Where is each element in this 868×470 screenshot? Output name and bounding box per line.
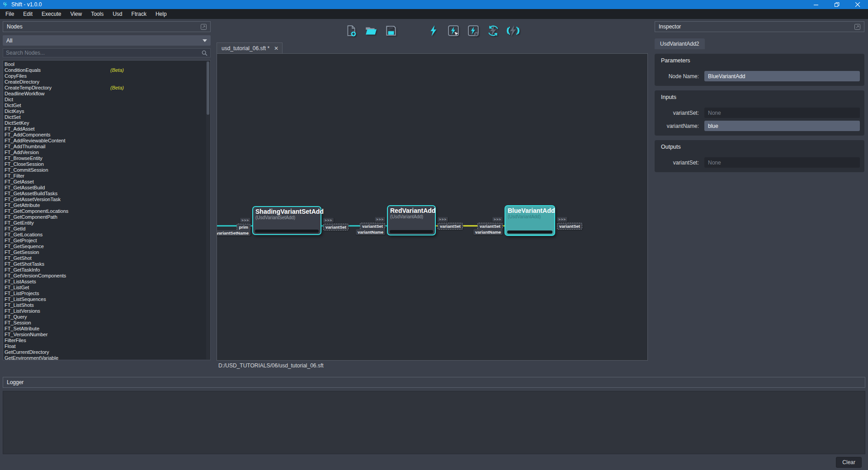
list-item[interactable]: FT_Filter: [3, 173, 210, 179]
list-item[interactable]: Bool: [3, 61, 210, 67]
menu-view[interactable]: View: [66, 9, 86, 19]
list-item[interactable]: FT_AddReviewableContent: [3, 138, 210, 144]
list-item[interactable]: FT_ListShots: [3, 302, 210, 308]
menu-edit[interactable]: Edit: [19, 9, 37, 19]
minimize-button[interactable]: [806, 0, 826, 9]
node-footer-bar: [390, 230, 433, 233]
list-item[interactable]: DictKeys: [3, 108, 210, 114]
execute-icon[interactable]: [427, 24, 440, 38]
execute-selected-icon[interactable]: [447, 24, 460, 38]
list-item[interactable]: FT_GetShot: [3, 255, 210, 261]
list-item[interactable]: FT_AddThumbnail: [3, 144, 210, 150]
list-item[interactable]: FT_GetSequence: [3, 244, 210, 249]
list-item[interactable]: FT_GetSession: [3, 249, 210, 255]
menu-help[interactable]: Help: [151, 9, 171, 19]
list-item[interactable]: FT_ListProjects: [3, 291, 210, 296]
input-port-variantSet[interactable]: variantSet: [360, 223, 385, 230]
list-item[interactable]: FilterFiles: [3, 338, 210, 343]
output-port-variantSet[interactable]: variantSet: [323, 224, 349, 230]
list-item[interactable]: FT_ListAssets: [3, 279, 210, 285]
list-item[interactable]: FT_Session: [3, 320, 210, 326]
list-item[interactable]: DictSet: [3, 114, 210, 120]
list-item[interactable]: DictSetKey: [3, 120, 210, 126]
node-filter-dropdown[interactable]: All: [3, 35, 211, 46]
list-item[interactable]: FT_CloseSession: [3, 161, 210, 167]
list-item[interactable]: FT_GetComponentPath: [3, 214, 210, 220]
output-ports-badge: >>>: [323, 218, 334, 223]
menu-usd[interactable]: Usd: [108, 9, 127, 19]
list-item[interactable]: FT_SetAttribute: [3, 326, 210, 332]
list-item[interactable]: FT_CommitSession: [3, 167, 210, 173]
execute-stop-after-icon[interactable]: [467, 24, 480, 38]
restore-button[interactable]: [826, 0, 847, 9]
input-port-prim[interactable]: prim: [236, 224, 250, 230]
node-filter-value: All: [6, 38, 12, 44]
list-item[interactable]: FT_ListGet: [3, 285, 210, 291]
list-item[interactable]: CreateTempDirectory(Beta): [3, 85, 210, 91]
input-port-variantSetName[interactable]: variantSetName: [217, 230, 250, 236]
output-port-variantSet[interactable]: variantSet: [557, 223, 582, 230]
list-item[interactable]: FT_GetAssetBuildTasks: [3, 191, 210, 197]
list-item[interactable]: ConditionEquals(Beta): [3, 67, 210, 73]
clear-log-button[interactable]: Clear: [836, 457, 862, 468]
list-item[interactable]: GetEnvironmentVariable: [3, 355, 210, 360]
list-item[interactable]: FT_GetAssetVersionTask: [3, 197, 210, 202]
field-label: variantName:: [659, 123, 704, 129]
list-item[interactable]: FT_AddAsset: [3, 126, 210, 132]
new-file-icon[interactable]: [344, 24, 358, 38]
list-item[interactable]: CreateDirectory: [3, 79, 210, 85]
list-item[interactable]: FT_AddComponents: [3, 132, 210, 138]
list-item[interactable]: FT_BrowseEntity: [3, 155, 210, 161]
input-port-variantSet[interactable]: variantSet: [477, 223, 503, 230]
list-item[interactable]: FT_GetAsset: [3, 179, 210, 185]
field-input-variantname[interactable]: blue: [704, 121, 860, 131]
list-item[interactable]: FT_GetProject: [3, 238, 210, 244]
list-item[interactable]: FT_AddVersion: [3, 150, 210, 155]
menu-execute[interactable]: Execute: [37, 9, 66, 19]
search-nodes-input[interactable]: Search Nodes...: [3, 48, 211, 57]
menu-file[interactable]: File: [1, 9, 19, 19]
list-item[interactable]: CopyFiles: [3, 73, 210, 79]
node-type-label: (UsdVariantAdd): [388, 214, 435, 219]
list-item[interactable]: DictGet: [3, 103, 210, 108]
list-item[interactable]: FT_GetShotTasks: [3, 261, 210, 267]
popout-icon[interactable]: [201, 24, 207, 30]
list-item[interactable]: DeadlineWorkflow: [3, 91, 210, 97]
list-item[interactable]: FT_GetVersionComponents: [3, 273, 210, 279]
output-port-variantSet[interactable]: variantSet: [438, 223, 463, 230]
inspector-section-parameters: ParametersNode Name:BlueVariantAdd: [655, 54, 864, 86]
tab-close-icon[interactable]: ✕: [274, 45, 278, 52]
tab-usd-tutorial-06[interactable]: usd_tutorial_06.sft * ✕: [217, 42, 283, 53]
menu-tools[interactable]: Tools: [86, 9, 108, 19]
list-item[interactable]: FT_GetEntity: [3, 220, 210, 226]
list-item[interactable]: FT_VersionNumber: [3, 332, 210, 338]
node-graph-canvas[interactable]: ShadingVariantSetAdd(UsdVariantSetAdd)>>…: [217, 53, 648, 361]
input-port-variantName[interactable]: variantName: [473, 229, 503, 235]
list-item[interactable]: FT_GetComponentLocations: [3, 208, 210, 214]
execute-refresh-icon[interactable]: [486, 24, 500, 38]
graph-node-bluevariantadd[interactable]: BlueVariantAdd(UsdVariantAdd): [505, 205, 555, 236]
close-button[interactable]: [847, 0, 868, 9]
list-item[interactable]: FT_GetLocations: [3, 232, 210, 238]
inspector-tab-usdvariantadd2[interactable]: UsdVariantAdd2: [655, 38, 705, 49]
list-item[interactable]: Dict: [3, 97, 210, 103]
list-item[interactable]: FT_ListVersions: [3, 308, 210, 314]
popout-icon[interactable]: [854, 24, 860, 30]
menu-ftrack[interactable]: Ftrack: [127, 9, 151, 19]
list-item[interactable]: FT_GetAttribute: [3, 202, 210, 208]
list-item[interactable]: FT_GetAssetBuild: [3, 185, 210, 191]
field-input-nodename[interactable]: BlueVariantAdd: [704, 71, 860, 81]
open-file-icon[interactable]: [364, 24, 378, 38]
graph-node-shadingvariantsetadd[interactable]: ShadingVariantSetAdd(UsdVariantSetAdd): [252, 206, 321, 235]
list-item[interactable]: FT_GetTaskInfo: [3, 267, 210, 273]
list-item[interactable]: FT_Query: [3, 314, 210, 320]
list-item[interactable]: FT_ListSequences: [3, 296, 210, 302]
input-port-variantName[interactable]: variantName: [356, 229, 385, 235]
execute-live-icon[interactable]: [506, 24, 520, 38]
graph-node-redvariantadd[interactable]: RedVariantAdd(UsdVariantAdd): [387, 205, 436, 235]
tab-label: usd_tutorial_06.sft *: [222, 45, 269, 52]
list-item[interactable]: GetCurrentDirectory: [3, 349, 210, 355]
save-file-icon[interactable]: [384, 24, 398, 38]
list-item[interactable]: FT_GetId: [3, 226, 210, 232]
list-item[interactable]: Float: [3, 343, 210, 349]
